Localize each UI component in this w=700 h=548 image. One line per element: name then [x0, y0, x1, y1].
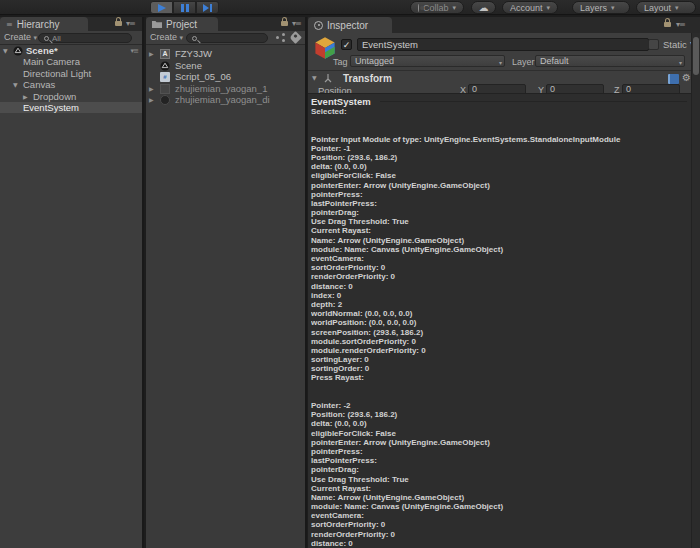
asset-store-icon[interactable]	[276, 33, 285, 42]
debug-line: eligibleForClick: False	[311, 171, 689, 180]
debug-line: pointerPress:	[311, 447, 689, 456]
account-label: Account	[510, 3, 543, 13]
create-label: Create	[4, 32, 31, 42]
hierarchy-item-scene[interactable]: ▼Scene*▾≡	[0, 45, 142, 56]
debug-line: depth: 2	[311, 300, 689, 309]
project-create-button[interactable]: Create ▾	[150, 32, 183, 42]
static-checkbox[interactable]	[648, 39, 659, 50]
script-asset-icon: #	[160, 72, 170, 82]
cloud-services-button[interactable]: ☁	[471, 1, 496, 14]
debug-blank-line	[311, 125, 689, 134]
project-item-scene[interactable]: Scene	[146, 60, 305, 72]
hierarchy-panel: ≡ Hierarchy ▾≡ Create ▾ All ▼Scene*▾≡Mai…	[0, 17, 144, 548]
main-toolbar: Collab ▾ ☁ Account ▾ Layers ▾ Layout ▾	[0, 0, 700, 15]
sprite-asset-icon	[160, 84, 170, 94]
pause-button[interactable]	[173, 1, 196, 14]
scrollbar-thumb[interactable]	[693, 37, 699, 75]
debug-line: Pointer Input Module of type: UnityEngin…	[311, 135, 689, 144]
layers-label: Layers	[580, 3, 607, 13]
debug-line: distance: 0	[311, 282, 689, 291]
project-item-label: FZY3JW	[175, 48, 212, 60]
play-icon	[158, 4, 166, 12]
layout-label: Layout	[644, 3, 671, 13]
chevron-down-icon: ▾	[499, 58, 502, 67]
gameobject-header: ✓ EventSystem Static ▾ Tag Untagged ▾ La…	[308, 33, 691, 93]
fold-open-icon[interactable]: ▼	[13, 79, 18, 90]
panel-menu-icon[interactable]: ▾≡	[126, 19, 135, 28]
transform-title: Transform	[343, 73, 392, 84]
chevron-down-icon: ▾	[452, 4, 456, 12]
lock-icon[interactable]	[115, 21, 122, 26]
project-item-label: Scene	[175, 60, 202, 72]
tab-hierarchy[interactable]: ≡ Hierarchy	[0, 17, 88, 31]
debug-line: Current Rayast:	[311, 226, 689, 235]
tag-dropdown[interactable]: Untagged ▾	[350, 55, 505, 67]
fold-open-icon[interactable]: ▼	[3, 45, 8, 56]
collab-dropdown[interactable]: Collab ▾	[410, 1, 464, 14]
debug-line: eligibleForClick: False	[311, 429, 689, 438]
hierarchy-item-eventsystem[interactable]: EventSystem	[0, 102, 142, 113]
debug-line: renderOrderPriority: 0	[311, 530, 689, 539]
step-button[interactable]	[196, 1, 219, 14]
eventsystem-component-section: EventSystem Selected:Pointer Input Modul…	[308, 93, 691, 548]
transform-component-header[interactable]: ▼ Transform ⚙	[308, 70, 691, 84]
layout-dropdown[interactable]: Layout ▾	[636, 1, 696, 14]
hierarchy-item-canvas[interactable]: ▼Canvas	[0, 79, 142, 90]
hierarchy-item-main-camera[interactable]: Main Camera	[0, 56, 142, 67]
layers-dropdown[interactable]: Layers ▾	[572, 1, 630, 14]
chevron-down-icon: ▾	[675, 4, 688, 12]
asset-labels-icon[interactable]	[289, 31, 302, 44]
fold-closed-icon[interactable]: ▶	[149, 94, 154, 106]
debug-line: Name: Arrow (UnityEngine.GameObject)	[311, 236, 689, 245]
debug-blank-line	[311, 116, 689, 125]
lock-icon[interactable]	[664, 22, 671, 27]
hierarchy-item-dropdown[interactable]: ▶Dropdown	[0, 91, 142, 102]
project-item-script-05-06[interactable]: #Script_05_06	[146, 71, 305, 83]
hierarchy-item-label: Canvas	[23, 79, 55, 90]
project-search-input[interactable]	[186, 33, 268, 43]
debug-line: pointerPress:	[311, 190, 689, 199]
layer-dropdown[interactable]: Default ▾	[535, 55, 685, 67]
fold-open-icon[interactable]: ▼	[312, 74, 317, 81]
help-book-icon[interactable]	[668, 74, 679, 84]
project-item-fzy3jw[interactable]: ▶AFZY3JW	[146, 48, 305, 60]
project-item-zhujiemian-yaogan-1[interactable]: ▶zhujiemian_yaogan_1	[146, 83, 305, 95]
eventsystem-section-title: EventSystem	[311, 96, 371, 107]
collab-icon	[418, 4, 419, 12]
debug-line: delta: (0.0, 0.0)	[311, 162, 689, 171]
hierarchy-item-directional-light[interactable]: Directional Light	[0, 68, 142, 79]
folder-icon	[152, 20, 162, 28]
gear-icon[interactable]: ⚙	[682, 72, 691, 83]
pause-icon	[181, 4, 189, 12]
debug-line: Position: (293.6, 186.2)	[311, 410, 689, 419]
project-item-label: zhujiemian_yaogan_1	[175, 83, 267, 95]
project-panel: Project ▾≡ Create ▾ ▶AFZY3JWScene#Script…	[146, 17, 307, 548]
fold-closed-icon[interactable]: ▶	[149, 48, 154, 60]
project-item-zhujiemian-yaogan-di[interactable]: ▶zhujiemian_yaogan_di	[146, 94, 305, 106]
fold-closed-icon[interactable]: ▶	[149, 83, 154, 95]
hierarchy-create-button[interactable]: Create ▾	[4, 32, 37, 42]
panel-menu-icon[interactable]: ▾≡	[676, 20, 685, 29]
account-dropdown[interactable]: Account ▾	[502, 1, 558, 14]
debug-line: Selected:	[311, 107, 689, 116]
gameobject-name-field[interactable]: EventSystem	[357, 38, 649, 51]
fold-closed-icon[interactable]: ▶	[23, 91, 28, 102]
hierarchy-search-input[interactable]: All	[38, 33, 132, 43]
project-item-label: Script_05_06	[175, 71, 231, 83]
debug-line: Position: (293.6, 186.2)	[311, 153, 689, 162]
unity-logo-icon	[13, 46, 23, 56]
debug-line: Current Rayast:	[311, 484, 689, 493]
panel-menu-icon[interactable]: ▾≡	[292, 19, 301, 28]
debug-line: screenPosition: (293.6, 186.2)	[311, 328, 689, 337]
transform-icon	[323, 73, 333, 83]
play-button[interactable]	[150, 1, 173, 14]
tab-label: Project	[166, 19, 197, 30]
inspector-scrollbar[interactable]	[691, 33, 700, 548]
active-checkbox[interactable]: ✓	[341, 39, 352, 50]
lock-icon[interactable]	[281, 21, 288, 26]
static-label: Static	[663, 39, 687, 50]
tab-project[interactable]: Project	[146, 17, 218, 31]
debug-line: eventCamera:	[311, 254, 689, 263]
tab-inspector[interactable]: Inspector	[308, 17, 392, 33]
debug-line: worldPosition: (0.0, 0.0, 0.0)	[311, 318, 689, 327]
